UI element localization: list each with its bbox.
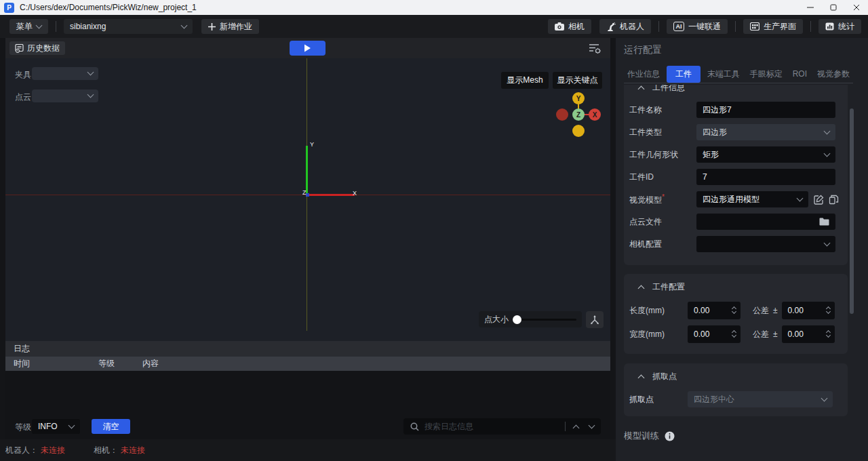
field-row: 长度(mm) 0.00 公差 ± 0.00 xyxy=(624,302,848,319)
gizmo-neg-x-ball[interactable] xyxy=(556,108,568,121)
width-tolerance-spinner[interactable]: 0.00 xyxy=(782,325,835,343)
length-label: 长度(mm) xyxy=(624,305,688,317)
pointcloud-label: 点云 xyxy=(15,92,31,103)
camera-status-label: 相机： xyxy=(94,445,118,456)
folder-icon xyxy=(819,218,829,226)
gizmo-x-ball[interactable]: X xyxy=(589,108,601,121)
spinner-arrows xyxy=(732,304,736,313)
field-row: 相机配置 xyxy=(624,235,848,253)
point-size-slider[interactable] xyxy=(514,319,576,321)
tab-vision-params[interactable]: 视觉参数 xyxy=(814,66,853,82)
grasp-point-header[interactable]: 抓取点 xyxy=(624,367,848,385)
length-tolerance-spinner[interactable]: 0.00 xyxy=(782,302,835,319)
tab-workpiece[interactable]: 工件 xyxy=(667,66,701,83)
production-ui-button[interactable]: 生产界面 xyxy=(743,19,803,34)
gizmo-neg-y-ball[interactable] xyxy=(572,125,585,137)
model-training-label: 模型训练 xyxy=(624,430,659,442)
search-divider xyxy=(565,422,566,431)
robot-button-label: 机器人 xyxy=(620,21,644,33)
workpiece-info-section: 工件信息 工件名称 工件类型 四边形 工件几何形状 矩形 xyxy=(624,85,848,265)
workpiece-info-header[interactable]: 工件信息 xyxy=(624,85,848,96)
vision-model-value: 四边形通用模型 xyxy=(703,194,760,205)
app-window: P C:/Users/dex/Documents/PickWiz/new_pro… xyxy=(0,0,868,461)
collapse-icon xyxy=(638,285,645,292)
copy-model-button[interactable] xyxy=(828,194,840,205)
collapse-icon xyxy=(638,374,645,381)
close-button[interactable] xyxy=(845,0,868,15)
spin-down-icon[interactable] xyxy=(826,333,831,338)
chevron-down-icon xyxy=(824,127,831,134)
gizmo-z-ball[interactable]: Z xyxy=(572,108,585,121)
field-row: 抓取点 四边形中心 xyxy=(624,390,848,408)
field-row: 工件ID xyxy=(624,168,848,186)
length-spinner[interactable]: 0.00 xyxy=(688,302,741,319)
robot-button[interactable]: 机器人 xyxy=(599,19,651,34)
gizmo-y-ball[interactable]: Y xyxy=(572,92,585,104)
grasp-point-select[interactable]: 四边形中心 xyxy=(688,391,833,407)
search-prev-icon[interactable] xyxy=(573,424,580,431)
workpiece-config-header[interactable]: 工件配置 xyxy=(624,278,848,296)
workpiece-type-select[interactable]: 四边形 xyxy=(696,124,835,140)
chevron-down-icon xyxy=(797,195,804,201)
log-panel: 日志 时间 等级 内容 等级 INFO 清空 xyxy=(5,341,610,439)
add-job-label: 新增作业 xyxy=(220,21,252,33)
log-table-header: 时间 等级 内容 xyxy=(5,357,610,371)
menu-button[interactable]: 菜单 xyxy=(9,19,48,34)
tab-hand-eye-calibration[interactable]: 手眼标定 xyxy=(747,66,786,82)
field-row: 工件名称 xyxy=(624,101,848,119)
history-data-button[interactable]: 历史数据 xyxy=(9,41,65,55)
show-keypoints-button[interactable]: 显示关键点 xyxy=(553,72,602,89)
log-level-select[interactable]: INFO xyxy=(32,419,80,434)
robot-status-value: 未连接 xyxy=(41,445,65,456)
log-column-time: 时间 xyxy=(5,358,98,369)
clear-log-button[interactable]: 清空 xyxy=(92,419,130,434)
log-search-box xyxy=(403,418,601,435)
add-job-button[interactable]: 新增作业 xyxy=(201,19,259,34)
workpiece-id-input[interactable] xyxy=(696,169,835,185)
reset-view-button[interactable] xyxy=(586,311,604,328)
history-data-icon xyxy=(15,44,24,53)
run-button[interactable] xyxy=(290,41,326,56)
point-size-label: 点大小 xyxy=(484,314,509,325)
tab-job-info[interactable]: 作业信息 xyxy=(624,66,663,82)
workpiece-name-input[interactable] xyxy=(696,102,835,118)
workpiece-config-section: 工件配置 长度(mm) 0.00 公差 ± 0.00 宽 xyxy=(624,274,848,354)
menu-button-label: 菜单 xyxy=(16,21,33,33)
vision-model-label: 视觉模型* xyxy=(624,193,696,206)
workpiece-shape-label: 工件几何形状 xyxy=(624,149,696,161)
pointcloud-file-input[interactable] xyxy=(696,214,835,230)
pointcloud-file-label: 点云文件 xyxy=(624,216,696,228)
scrollbar-thumb[interactable] xyxy=(850,108,854,314)
search-next-icon[interactable] xyxy=(589,422,595,428)
camera-config-select[interactable] xyxy=(696,236,835,252)
title-bar: P C:/Users/dex/Documents/PickWiz/new_pro… xyxy=(0,0,868,15)
width-spinner[interactable]: 0.00 xyxy=(688,325,741,343)
tab-roi[interactable]: ROI xyxy=(789,67,810,81)
spin-down-icon[interactable] xyxy=(732,309,736,314)
workpiece-shape-select[interactable]: 矩形 xyxy=(696,146,835,163)
viewport-settings-button[interactable] xyxy=(587,43,602,54)
stats-button[interactable]: 统计 xyxy=(818,19,861,34)
viewport-3d[interactable]: Y X Z 夹具 点云 显示Mesh 显示关键点 Y Z X 点大小 xyxy=(5,58,610,341)
job-select[interactable]: sibianixng xyxy=(64,19,193,34)
pointcloud-select[interactable] xyxy=(32,89,98,102)
camera-button[interactable]: 相机 xyxy=(548,19,591,34)
toolbar-right-group: 相机 机器人 AI 一键联通 生产界面 统计 xyxy=(548,19,861,34)
plus-minus-sign: ± xyxy=(773,329,778,339)
point-size-slider-knob[interactable] xyxy=(513,315,521,324)
spin-down-icon[interactable] xyxy=(732,333,736,338)
minimize-button[interactable] xyxy=(799,0,822,15)
tab-end-tool[interactable]: 末端工具 xyxy=(704,66,743,82)
main-toolbar: 菜单 sibianixng 新增作业 相机 机器人 AI 一键联通 xyxy=(0,15,868,38)
axis-x-label: X xyxy=(353,190,357,197)
log-search-input[interactable] xyxy=(425,422,565,431)
spin-down-icon[interactable] xyxy=(826,309,831,314)
orientation-gizmo[interactable]: Y Z X xyxy=(556,92,604,140)
one-key-connect-button[interactable]: AI 一键联通 xyxy=(667,19,728,34)
vision-model-select[interactable]: 四边形通用模型 xyxy=(696,191,808,207)
show-mesh-button[interactable]: 显示Mesh xyxy=(501,72,549,89)
fixture-select[interactable] xyxy=(32,67,98,80)
edit-model-button[interactable] xyxy=(813,194,825,205)
info-icon[interactable] xyxy=(665,431,675,441)
maximize-button[interactable] xyxy=(822,0,845,15)
